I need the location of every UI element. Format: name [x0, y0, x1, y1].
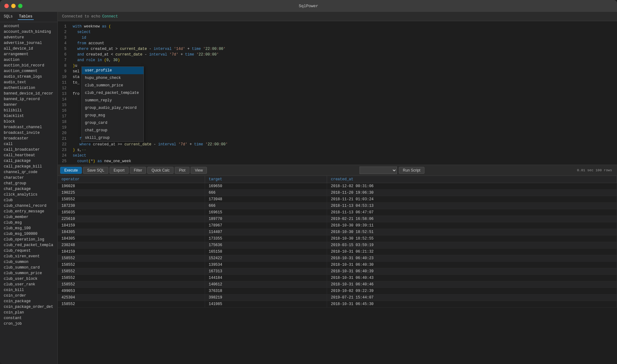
table-cell: 2018-10-31 06:40:30	[327, 262, 617, 268]
close-button[interactable]	[4, 4, 9, 8]
sidebar-item-click_analytics[interactable]: click_analytics	[0, 192, 57, 197]
autocomplete-item-summon_reply[interactable]: summon_reply	[82, 97, 144, 104]
sidebar-item-audio_text[interactable]: audio_text	[0, 80, 57, 85]
autocomplete-item-club_summon_price[interactable]: club_summon_price	[82, 82, 144, 89]
autocomplete-item-user_profile[interactable]: user_profile	[82, 67, 144, 74]
autocomplete-item-chat_group[interactable]: chat_group	[82, 127, 144, 134]
sidebar-item-auction_comment[interactable]: auction_comment	[0, 68, 57, 74]
filter-button[interactable]: Filter	[130, 167, 146, 174]
sidebar-item-call_heartbeat[interactable]: call_heartbeat	[0, 153, 57, 158]
sidebar-item-banner[interactable]: banner	[0, 102, 57, 108]
sidebar-item-broadcast_channel[interactable]: broadcast_channel	[0, 124, 57, 130]
sidebar-item-call_package_bill[interactable]: call_package_bill	[0, 164, 57, 169]
table-row: 1841591789672018-10-30 09:39:11	[58, 222, 617, 229]
sidebar-item-call_package[interactable]: call_package	[0, 158, 57, 164]
tab-tables[interactable]: Tables	[18, 14, 34, 20]
sidebar-item-advertise_journal[interactable]: advertise_journal	[0, 40, 57, 46]
maximize-button[interactable]	[18, 4, 22, 8]
sidebar-item-club_summon[interactable]: club_summon	[0, 259, 57, 265]
sidebar-item-club_red_packet_templa[interactable]: club_red_packet_templa	[0, 242, 57, 248]
sidebar-item-bilibili[interactable]: bilibili	[0, 108, 57, 113]
sidebar-item-adventure[interactable]: adventure	[0, 35, 57, 40]
autocomplete-item-group_audio_play_record[interactable]: group_audio_play_record	[82, 104, 144, 112]
sidebar-item-cron_job[interactable]: cron_job	[0, 321, 57, 327]
sidebar-item-character[interactable]: character	[0, 175, 57, 181]
sidebar-item-club_entry_message[interactable]: club_entry_message	[0, 209, 57, 214]
sidebar-item-club_member[interactable]: club_member	[0, 214, 57, 220]
sidebar-item-blacklist[interactable]: blacklist	[0, 113, 57, 119]
table-cell: 2019-07-21 15:44:07	[327, 294, 617, 301]
quick-calc-button[interactable]: Quick Calc	[147, 167, 174, 174]
main-window: SqlPower SQLs Tables accountaccount_oaut…	[0, 0, 617, 364]
autocomplete-item-group_card[interactable]: group_card	[82, 119, 144, 127]
sidebar-item-club_msg_100[interactable]: club_msg_100	[0, 226, 57, 231]
sidebar-item-arrangement[interactable]: arrangement	[0, 51, 57, 57]
table-cell: 2018-11-13 04:53:13	[327, 203, 617, 209]
editor-results-container: 1234567891011121314151617181920212223242…	[58, 21, 617, 364]
autocomplete-item-group_msg[interactable]: group_msg	[82, 112, 144, 119]
table-row: 1872306662018-11-13 04:53:13	[58, 203, 617, 209]
sidebar-item-call[interactable]: call	[0, 141, 57, 147]
sidebar-item-club_summon_price[interactable]: club_summon_price	[0, 270, 57, 276]
sidebar-item-banned_device_id_recor[interactable]: banned_device_id_recor	[0, 91, 57, 96]
export-button[interactable]: Export	[110, 167, 129, 174]
tab-sqls[interactable]: SQLs	[2, 14, 14, 20]
results-tbody: 1960281696502018-12-02 00:31:06190225666…	[58, 183, 617, 308]
sidebar-item-club_siren_event[interactable]: club_siren_event	[0, 254, 57, 259]
editor-area[interactable]: 1234567891011121314151617181920212223242…	[58, 21, 617, 165]
sidebar-item-audio_stream_logs[interactable]: audio_stream_logs	[0, 74, 57, 80]
sidebar-item-coin_order[interactable]: coin_order	[0, 293, 57, 298]
sidebar-item-authentication[interactable]: authentication	[0, 85, 57, 91]
connect-link[interactable]: Connect	[102, 14, 118, 19]
sidebar-item-constant[interactable]: constant	[0, 315, 57, 321]
plot-button[interactable]: Plot	[175, 167, 189, 174]
table-cell: 2018-10-30 18:52:51	[327, 229, 617, 235]
minimize-button[interactable]	[11, 4, 16, 8]
code-line-20	[73, 130, 613, 136]
sidebar-item-club_channel_record[interactable]: club_channel_record	[0, 203, 57, 209]
sidebar-item-auction_bid_record[interactable]: auction_bid_record	[0, 63, 57, 68]
titlebar: SqlPower	[0, 0, 617, 12]
sidebar-item-club_user_block[interactable]: club_user_block	[0, 276, 57, 282]
sidebar-item-club_msg_100000[interactable]: club_msg_100000	[0, 231, 57, 237]
sidebar-item-coin_plan[interactable]: coin_plan	[0, 310, 57, 315]
code-content[interactable]: with weeknew as ( select id from account…	[69, 21, 617, 165]
autocomplete-item-skill_group[interactable]: skill_group	[82, 134, 144, 142]
table-cell: 425304	[58, 294, 205, 301]
code-line-2: select	[73, 29, 613, 35]
sidebar-item-auction[interactable]: auction	[0, 57, 57, 63]
sidebar-item-channel_qr_code[interactable]: channel_qr_code	[0, 169, 57, 175]
sidebar-item-banned_ip_record[interactable]: banned_ip_record	[0, 96, 57, 102]
sidebar-item-account[interactable]: account	[0, 23, 57, 29]
table-row: 1585521441842018-10-31 06:40:43	[58, 275, 617, 281]
sidebar-item-all_device_id[interactable]: all_device_id	[0, 46, 57, 51]
autocomplete-item-club_red_packet_template[interactable]: club_red_packet_template	[82, 89, 144, 97]
save-sql-button[interactable]: Save SQL	[83, 167, 108, 174]
autocomplete-item-hupu_phone_check[interactable]: hupu_phone_check	[82, 74, 144, 82]
table-row: 1841591651582018-10-31 06:21:32	[58, 249, 617, 255]
sidebar-item-club_request[interactable]: club_request	[0, 248, 57, 254]
sidebar-item-club_msg[interactable]: club_msg	[0, 220, 57, 226]
sidebar-item-chat_package[interactable]: chat_package	[0, 186, 57, 192]
autocomplete-dropdown[interactable]: user_profilehupu_phone_checkclub_summon_…	[81, 66, 144, 142]
sidebar-item-coin_bill[interactable]: coin_bill	[0, 287, 57, 293]
sidebar-item-club_summon_card[interactable]: club_summon_card	[0, 265, 57, 270]
run-script-button[interactable]: Run Script	[399, 167, 424, 174]
sidebar-item-club_user_rank[interactable]: club_user_rank	[0, 282, 57, 287]
table-row: 4253043982192019-07-21 15:44:07	[58, 294, 617, 301]
sidebar-item-block[interactable]: block	[0, 119, 57, 124]
view-button[interactable]: View	[191, 167, 207, 174]
sidebar-item-broadcaster[interactable]: broadcaster	[0, 136, 57, 141]
table-cell: 165158	[205, 249, 327, 255]
results-area[interactable]: operatortargetcreated_at 196028169650201…	[58, 176, 617, 364]
sidebar-item-broadcast_invite[interactable]: broadcast_invite	[0, 130, 57, 136]
sidebar-item-coin_package_order_det[interactable]: coin_package_order_det	[0, 304, 57, 310]
sidebar-item-club_operation_log[interactable]: club_operation_log	[0, 237, 57, 242]
script-select[interactable]	[360, 167, 397, 174]
sidebar-item-chat_group[interactable]: chat_group	[0, 181, 57, 186]
sidebar-item-account_oauth_binding[interactable]: account_oauth_binding	[0, 29, 57, 35]
sidebar-item-club[interactable]: club	[0, 197, 57, 203]
sidebar-item-coin_package[interactable]: coin_package	[0, 298, 57, 304]
execute-button[interactable]: Execute	[60, 167, 82, 174]
sidebar-item-call_broadcaster[interactable]: call_broadcaster	[0, 147, 57, 153]
